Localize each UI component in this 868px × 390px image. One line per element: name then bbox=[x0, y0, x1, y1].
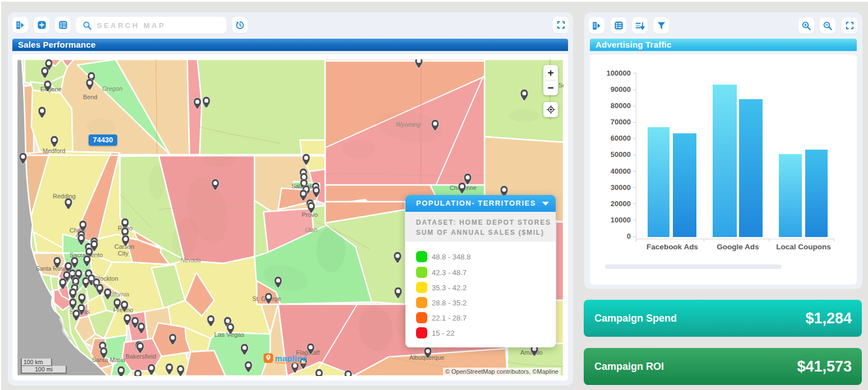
svg-text:Bend: Bend bbox=[83, 94, 98, 100]
svg-text:Provo: Provo bbox=[302, 211, 318, 218]
svg-text:Nevada: Nevada bbox=[181, 257, 201, 263]
svg-text:Oregon: Oregon bbox=[102, 85, 123, 92]
svg-text:City: City bbox=[118, 250, 128, 257]
svg-text:Utah: Utah bbox=[305, 226, 317, 233]
svg-text:Santa Maria: Santa Maria bbox=[92, 356, 126, 363]
svg-text:Redding: Redding bbox=[53, 193, 76, 199]
svg-text:Wyoming: Wyoming bbox=[396, 121, 421, 128]
svg-text:Medford: Medford bbox=[43, 147, 65, 154]
svg-text:Sou: Sou bbox=[558, 82, 564, 89]
svg-text:mapline: mapline bbox=[275, 354, 307, 363]
svg-text:Bakersfield: Bakersfield bbox=[126, 353, 156, 360]
svg-text:Santa Rosa: Santa Rosa bbox=[36, 265, 67, 272]
